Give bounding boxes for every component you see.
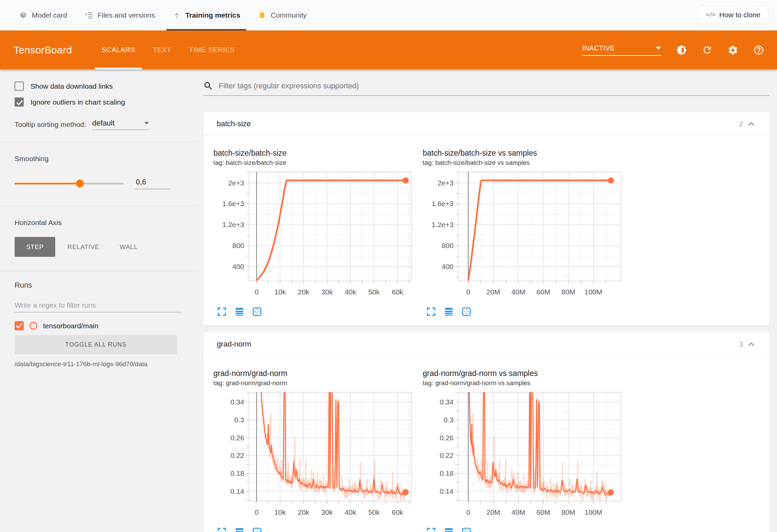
- tab-model-card[interactable]: Model card: [13, 0, 73, 30]
- svg-text:0.14: 0.14: [440, 487, 454, 495]
- svg-text:0.34: 0.34: [440, 398, 454, 406]
- svg-text:80M: 80M: [561, 288, 575, 296]
- line-chart-batch-size-samples[interactable]: 020M40M60M80M100M4008001.2e+31.6e+32e+3: [423, 169, 626, 304]
- chart-block-batch-size-samples: batch-size/batch-size vs samples tag: ba…: [423, 149, 632, 317]
- chevron-down-icon: [144, 122, 149, 125]
- svg-text:0: 0: [466, 508, 470, 516]
- status-dropdown[interactable]: INACTIVE: [582, 44, 661, 56]
- fit-domain-icon[interactable]: [252, 307, 262, 317]
- svg-text:50k: 50k: [368, 508, 380, 516]
- section-chart-count: 3: [739, 340, 743, 348]
- fit-domain-icon[interactable]: [252, 527, 262, 532]
- svg-text:10k: 10k: [274, 288, 286, 296]
- smoothing-value-input[interactable]: 0,6: [134, 178, 170, 189]
- show-download-links-checkbox[interactable]: [15, 82, 24, 91]
- chevron-down-icon: [656, 47, 661, 50]
- files-icon: [85, 11, 93, 20]
- line-chart-grad-norm-samples[interactable]: 020M40M60M80M100M0.140.180.220.260.30.34: [423, 390, 626, 524]
- expand-chart-icon[interactable]: [426, 307, 436, 317]
- metrics-icon: [172, 11, 181, 20]
- help-icon[interactable]: [753, 45, 764, 56]
- svg-text:0.22: 0.22: [230, 451, 244, 459]
- settings-gear-icon[interactable]: [728, 45, 738, 56]
- tab-community-label: Community: [271, 11, 307, 19]
- expand-chart-icon[interactable]: [217, 307, 227, 317]
- svg-text:20M: 20M: [486, 508, 500, 516]
- svg-text:0.18: 0.18: [230, 469, 244, 477]
- section-header-batch-size[interactable]: batch-size 2: [203, 112, 770, 136]
- svg-text:40M: 40M: [511, 288, 525, 296]
- tab-model-card-label: Model card: [32, 11, 67, 19]
- section-title: grad-norm: [217, 340, 251, 349]
- svg-text:30k: 30k: [321, 508, 333, 516]
- line-chart-batch-size-steps[interactable]: 010k20k30k40k50k60k4008001.2e+31.6e+32e+…: [213, 169, 417, 304]
- settings-sidebar: Show data download links Ignore outliers…: [0, 69, 198, 532]
- ignore-outliers-checkbox[interactable]: [15, 97, 24, 107]
- model-card-icon: [19, 11, 28, 20]
- svg-text:0: 0: [255, 288, 259, 296]
- run-row-tensorboard-main[interactable]: tensorboard/main: [15, 321, 181, 330]
- tab-files-label: Files and versions: [98, 11, 155, 19]
- toggle-all-runs-button[interactable]: TOGGLE ALL RUNS: [15, 335, 177, 354]
- smoothing-slider[interactable]: [15, 183, 124, 184]
- tab-scalars[interactable]: SCALARS: [93, 30, 144, 69]
- svg-text:0.26: 0.26: [440, 434, 454, 442]
- line-chart-grad-norm-steps[interactable]: 010k20k30k40k50k60k0.140.180.220.260.30.…: [213, 390, 417, 524]
- reload-icon[interactable]: [702, 45, 713, 56]
- chart-block-grad-norm-samples: grad-norm/grad-norm vs samples tag: grad…: [423, 369, 632, 532]
- runs-filter-input[interactable]: [15, 301, 181, 309]
- chart-block-grad-norm-steps: grad-norm/grad-norm tag: grad-norm/grad-…: [213, 369, 423, 532]
- axis-relative-button[interactable]: RELATIVE: [67, 243, 99, 251]
- chart-block-batch-size-steps: batch-size/batch-size tag: batch-size/ba…: [213, 149, 423, 317]
- chart-title: batch-size/batch-size vs samples: [423, 149, 632, 158]
- svg-text:2e+3: 2e+3: [438, 179, 454, 187]
- horizontal-axis-heading: Horizontal Axis: [15, 219, 181, 227]
- tensorboard-tabs: SCALARS TEXT TIME SERIES: [93, 30, 244, 69]
- section-collapse-control[interactable]: 2: [739, 119, 756, 129]
- chart-tag: tag: batch-size/batch-size vs samples: [423, 159, 632, 167]
- runs-heading: Runs: [15, 281, 181, 290]
- svg-text:400: 400: [442, 263, 454, 270]
- expand-chart-icon[interactable]: [426, 527, 436, 532]
- tab-community[interactable]: Community: [252, 0, 313, 30]
- tab-text[interactable]: TEXT: [144, 30, 180, 69]
- brightness-icon[interactable]: [676, 45, 687, 56]
- log-scale-icon[interactable]: [234, 307, 245, 317]
- ignore-outliers-row[interactable]: Ignore outliers in chart scaling: [15, 97, 181, 107]
- svg-text:1.6e+3: 1.6e+3: [222, 200, 244, 207]
- fit-domain-icon[interactable]: [461, 307, 471, 317]
- svg-text:40k: 40k: [345, 288, 356, 296]
- show-download-links-row[interactable]: Show data download links: [15, 82, 181, 91]
- filter-tags-input[interactable]: [219, 82, 770, 90]
- smoothing-slider-thumb[interactable]: [76, 180, 84, 187]
- tooltip-sorting-dropdown[interactable]: default: [92, 119, 149, 130]
- tab-training-metrics[interactable]: Training metrics: [166, 0, 246, 30]
- toolbar-right: INACTIVE: [582, 44, 764, 56]
- log-scale-icon[interactable]: [444, 527, 454, 532]
- chart-tag: tag: grad-norm/grad-norm: [213, 379, 423, 387]
- log-scale-icon[interactable]: [444, 307, 454, 317]
- fit-domain-icon[interactable]: [461, 527, 471, 532]
- section-collapse-control[interactable]: 3: [739, 339, 756, 349]
- axis-step-button[interactable]: STEP: [15, 237, 55, 257]
- svg-text:40M: 40M: [511, 508, 525, 516]
- tab-files-and-versions[interactable]: Files and versions: [79, 0, 161, 30]
- run-color-swatch-icon: [29, 322, 37, 330]
- chevron-up-icon: [747, 119, 756, 129]
- section-header-grad-norm[interactable]: grad-norm 3: [203, 332, 770, 356]
- svg-text:0.3: 0.3: [234, 416, 244, 424]
- chart-tag: tag: batch-size/batch-size: [213, 159, 423, 167]
- svg-text:10k: 10k: [274, 508, 286, 516]
- log-scale-icon[interactable]: [234, 527, 245, 532]
- axis-wall-button[interactable]: WALL: [120, 243, 138, 251]
- ignore-outliers-label: Ignore outliers in chart scaling: [30, 98, 125, 106]
- tab-training-metrics-label: Training metrics: [185, 11, 240, 19]
- how-to-clone-button[interactable]: </> How to clone: [698, 6, 768, 24]
- tensorboard-toolbar: TensorBoard SCALARS TEXT TIME SERIES INA…: [0, 30, 777, 69]
- expand-chart-icon[interactable]: [217, 527, 227, 532]
- tab-time-series[interactable]: TIME SERIES: [180, 30, 244, 69]
- svg-text:40k: 40k: [345, 508, 356, 516]
- smoothing-heading: Smoothing: [15, 155, 181, 163]
- section-card-batch-size: batch-size 2 batch-size/batch-size tag: …: [203, 112, 770, 326]
- run-checkbox[interactable]: [15, 321, 24, 330]
